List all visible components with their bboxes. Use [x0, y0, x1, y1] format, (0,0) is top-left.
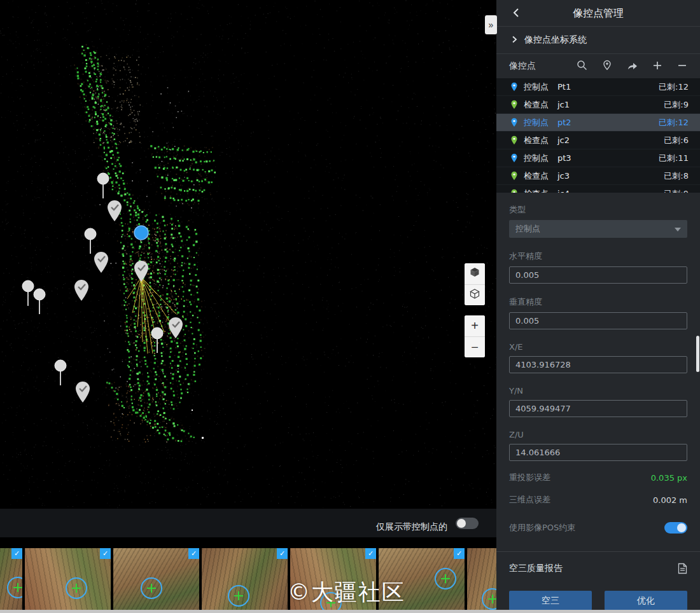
gcp-list-item[interactable]: 检查点 jc2 已刺:6	[496, 132, 700, 149]
coord-system-label: 像控点坐标系统	[524, 34, 587, 46]
quality-report-row[interactable]: 空三质量报告	[496, 551, 700, 584]
point-marked-count: 已刺:9	[664, 188, 689, 193]
z-coordinate-label: Z/U	[509, 430, 687, 439]
thumbnail-gcp-marker	[482, 588, 496, 610]
add-point-button[interactable]	[652, 60, 662, 72]
point3d-error-row: 三维点误差 0.002 m	[509, 494, 687, 506]
export-button[interactable]	[627, 60, 638, 72]
thumbnail-check-icon[interactable]: ✓	[11, 548, 22, 559]
point-name: jc3	[557, 171, 570, 181]
point-type: 检查点	[524, 135, 549, 146]
point-pin-icon	[510, 82, 518, 92]
pin-plus-icon	[602, 60, 612, 72]
point-marked-count: 已刺:6	[664, 135, 689, 146]
gcp-list-item[interactable]: 控制点 pt3 已刺:11	[496, 149, 700, 167]
point-pin-icon	[510, 100, 518, 109]
map-gcp-marker[interactable]	[73, 280, 90, 301]
map-gcp-marker[interactable]	[53, 359, 68, 387]
gcp-list-item[interactable]: 检查点 jc4 已刺:9	[496, 185, 700, 193]
gcp-marker-layer	[0, 0, 496, 509]
view-cube-wire-button[interactable]	[465, 284, 485, 305]
map-gcp-marker[interactable]	[93, 252, 109, 273]
point-marked-count: 已刺:11	[659, 153, 689, 164]
y-coordinate-field[interactable]	[509, 400, 687, 417]
vertical-accuracy-label: 垂直精度	[509, 296, 687, 308]
pos-constraint-toggle[interactable]	[664, 522, 687, 534]
point-marked-count: 已刺:12	[659, 81, 689, 93]
thumbnail-check-icon[interactable]: ✓	[100, 548, 111, 559]
map-gcp-marker[interactable]	[74, 382, 91, 403]
x-coordinate-label: X/E	[509, 342, 687, 352]
filmstrip-thumbnail[interactable]: ✓	[0, 548, 22, 612]
thumbnail-check-icon[interactable]: ✓	[454, 548, 465, 559]
quality-report-label: 空三质量报告	[509, 563, 563, 574]
vertical-accuracy-field[interactable]	[509, 312, 687, 329]
add-pin-button[interactable]	[602, 60, 612, 72]
search-icon	[577, 60, 587, 72]
pos-constraint-row: 使用影像POS约束	[509, 522, 687, 534]
chevron-right-icon	[510, 35, 518, 45]
view-cube-solid-button[interactable]	[465, 263, 485, 284]
filmstrip-thumbnail[interactable]: ✓	[467, 548, 496, 612]
map-gcp-marker[interactable]	[106, 200, 123, 222]
reprojection-error-row: 重投影误差 0.035 px	[509, 472, 687, 483]
zoom-out-button[interactable]: −	[465, 336, 485, 357]
point-type: 检查点	[524, 99, 549, 111]
aerotriangulation-button[interactable]: 空三	[509, 591, 592, 610]
horizontal-accuracy-label: 水平精度	[509, 251, 687, 262]
point-name: pt3	[557, 153, 571, 163]
filmstrip-thumbnail[interactable]: ✓	[202, 548, 288, 612]
map-gcp-marker[interactable]	[133, 261, 150, 282]
z-coordinate-field[interactable]	[509, 444, 687, 461]
point-pin-icon	[510, 135, 518, 145]
gcp-list: 控制点 Pt1 已刺:12 检查点 jc1 已刺:9 控制点 pt2 已刺:12…	[496, 78, 700, 193]
map-gcp-marker[interactable]	[167, 317, 184, 339]
panel-scrollbar[interactable]	[696, 336, 699, 372]
thumbnail-check-icon[interactable]: ✓	[188, 548, 199, 559]
pos-constraint-label: 使用影像POS约束	[509, 522, 575, 534]
coord-system-section[interactable]: 像控点坐标系统	[496, 27, 700, 54]
points-label: 像控点	[509, 60, 536, 72]
thumbnail-check-icon[interactable]: ✓	[365, 548, 376, 559]
minus-icon	[677, 60, 687, 72]
x-coordinate-field[interactable]	[509, 356, 687, 373]
cube-solid-icon	[469, 266, 480, 281]
cube-wire-icon	[469, 288, 480, 303]
filmstrip-thumbnail[interactable]: ✓	[25, 548, 111, 612]
point-pin-icon	[510, 153, 518, 163]
zoom-in-button[interactable]: +	[465, 315, 485, 336]
map-viewer: » + − 仅展示带控制点的 ✓	[0, 0, 496, 613]
map-gcp-marker[interactable]	[150, 327, 165, 355]
point-type: 控制点	[524, 153, 549, 164]
gcp-management-panel: 像控点管理 像控点坐标系统 像控点	[496, 0, 700, 613]
map-gcp-marker[interactable]	[95, 172, 111, 200]
document-icon[interactable]	[678, 563, 687, 574]
point3d-error-value: 0.002 m	[653, 495, 687, 505]
filter-toggle[interactable]	[456, 518, 479, 529]
gcp-list-item[interactable]: 检查点 jc3 已刺:8	[496, 167, 700, 185]
gcp-list-item[interactable]: 控制点 pt2 已刺:12	[496, 114, 700, 132]
gcp-list-item[interactable]: 控制点 Pt1 已刺:12	[496, 78, 700, 96]
horizontal-accuracy-field[interactable]	[509, 266, 687, 284]
point-marked-count: 已刺:8	[664, 170, 689, 182]
remove-point-button[interactable]	[677, 60, 687, 72]
horizontal-scrollbar[interactable]	[0, 610, 700, 613]
filter-bar: 仅展示带控制点的	[0, 509, 496, 537]
map-gcp-marker[interactable]	[133, 224, 150, 241]
point-name: jc2	[557, 135, 570, 145]
plus-icon	[652, 60, 662, 72]
gcp-list-item[interactable]: 检查点 jc1 已刺:9	[496, 96, 700, 114]
filmstrip-thumbnail[interactable]: ✓	[113, 548, 199, 612]
point-type: 检查点	[524, 170, 549, 182]
thumbnail-gcp-marker	[228, 585, 249, 607]
toggle-knob	[677, 523, 686, 532]
optimize-button[interactable]: 优化	[605, 591, 687, 610]
map-gcp-marker[interactable]	[32, 288, 47, 316]
search-point-button[interactable]	[577, 60, 587, 72]
thumbnail-check-icon[interactable]: ✓	[277, 548, 288, 559]
collapse-panel-button[interactable]: »	[485, 15, 497, 34]
thumbnail-gcp-marker	[141, 577, 162, 599]
type-select[interactable]: 控制点	[509, 220, 687, 238]
points-toolbar: 像控点	[496, 54, 700, 78]
page-title: 像控点管理	[496, 0, 700, 27]
